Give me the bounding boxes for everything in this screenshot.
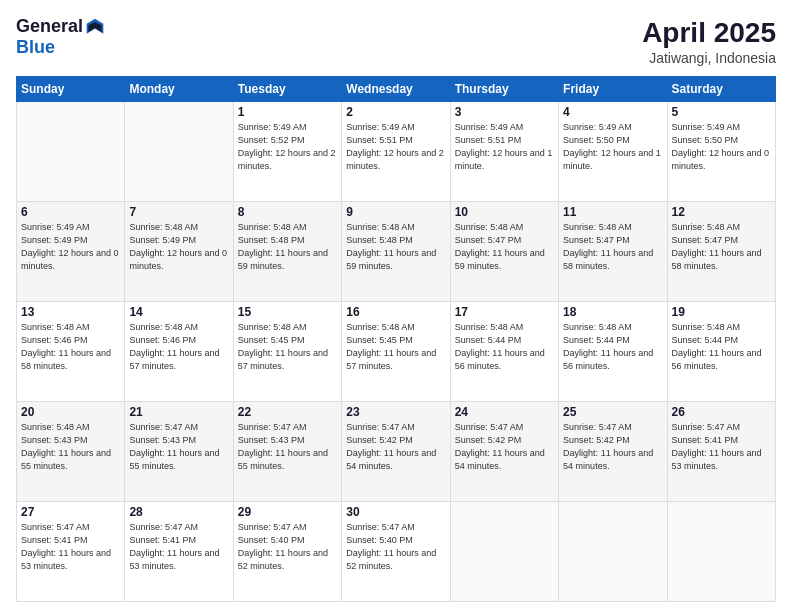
table-row: 1Sunrise: 5:49 AM Sunset: 5:52 PM Daylig… xyxy=(233,101,341,201)
logo-bottom: Blue xyxy=(16,37,55,58)
table-row: 16Sunrise: 5:48 AM Sunset: 5:45 PM Dayli… xyxy=(342,301,450,401)
day-info: Sunrise: 5:47 AM Sunset: 5:40 PM Dayligh… xyxy=(346,521,445,573)
table-row: 17Sunrise: 5:48 AM Sunset: 5:44 PM Dayli… xyxy=(450,301,558,401)
table-row: 12Sunrise: 5:48 AM Sunset: 5:47 PM Dayli… xyxy=(667,201,775,301)
day-number: 10 xyxy=(455,205,554,219)
day-number: 7 xyxy=(129,205,228,219)
calendar-week-3: 13Sunrise: 5:48 AM Sunset: 5:46 PM Dayli… xyxy=(17,301,776,401)
calendar-header-row: Sunday Monday Tuesday Wednesday Thursday… xyxy=(17,76,776,101)
logo-icon xyxy=(85,17,105,37)
col-sunday: Sunday xyxy=(17,76,125,101)
day-number: 2 xyxy=(346,105,445,119)
col-wednesday: Wednesday xyxy=(342,76,450,101)
day-number: 1 xyxy=(238,105,337,119)
day-number: 28 xyxy=(129,505,228,519)
table-row: 4Sunrise: 5:49 AM Sunset: 5:50 PM Daylig… xyxy=(559,101,667,201)
day-number: 23 xyxy=(346,405,445,419)
day-number: 30 xyxy=(346,505,445,519)
day-info: Sunrise: 5:47 AM Sunset: 5:43 PM Dayligh… xyxy=(129,421,228,473)
day-info: Sunrise: 5:48 AM Sunset: 5:47 PM Dayligh… xyxy=(563,221,662,273)
table-row: 22Sunrise: 5:47 AM Sunset: 5:43 PM Dayli… xyxy=(233,401,341,501)
col-thursday: Thursday xyxy=(450,76,558,101)
table-row: 5Sunrise: 5:49 AM Sunset: 5:50 PM Daylig… xyxy=(667,101,775,201)
day-info: Sunrise: 5:47 AM Sunset: 5:42 PM Dayligh… xyxy=(455,421,554,473)
table-row: 6Sunrise: 5:49 AM Sunset: 5:49 PM Daylig… xyxy=(17,201,125,301)
calendar-week-2: 6Sunrise: 5:49 AM Sunset: 5:49 PM Daylig… xyxy=(17,201,776,301)
table-row xyxy=(17,101,125,201)
table-row: 25Sunrise: 5:47 AM Sunset: 5:42 PM Dayli… xyxy=(559,401,667,501)
table-row: 26Sunrise: 5:47 AM Sunset: 5:41 PM Dayli… xyxy=(667,401,775,501)
day-info: Sunrise: 5:48 AM Sunset: 5:45 PM Dayligh… xyxy=(238,321,337,373)
day-number: 12 xyxy=(672,205,771,219)
header: General Blue April 2025 Jatiwangi, Indon… xyxy=(16,16,776,66)
day-info: Sunrise: 5:47 AM Sunset: 5:40 PM Dayligh… xyxy=(238,521,337,573)
calendar-week-1: 1Sunrise: 5:49 AM Sunset: 5:52 PM Daylig… xyxy=(17,101,776,201)
day-info: Sunrise: 5:47 AM Sunset: 5:41 PM Dayligh… xyxy=(129,521,228,573)
day-info: Sunrise: 5:47 AM Sunset: 5:42 PM Dayligh… xyxy=(563,421,662,473)
day-info: Sunrise: 5:47 AM Sunset: 5:41 PM Dayligh… xyxy=(21,521,120,573)
table-row: 8Sunrise: 5:48 AM Sunset: 5:48 PM Daylig… xyxy=(233,201,341,301)
day-number: 14 xyxy=(129,305,228,319)
day-number: 18 xyxy=(563,305,662,319)
logo-text: General xyxy=(16,16,105,37)
day-info: Sunrise: 5:48 AM Sunset: 5:43 PM Dayligh… xyxy=(21,421,120,473)
day-number: 16 xyxy=(346,305,445,319)
table-row xyxy=(125,101,233,201)
calendar-week-4: 20Sunrise: 5:48 AM Sunset: 5:43 PM Dayli… xyxy=(17,401,776,501)
day-number: 15 xyxy=(238,305,337,319)
day-info: Sunrise: 5:47 AM Sunset: 5:41 PM Dayligh… xyxy=(672,421,771,473)
table-row xyxy=(559,501,667,601)
calendar-table: Sunday Monday Tuesday Wednesday Thursday… xyxy=(16,76,776,602)
col-tuesday: Tuesday xyxy=(233,76,341,101)
day-number: 3 xyxy=(455,105,554,119)
table-row: 13Sunrise: 5:48 AM Sunset: 5:46 PM Dayli… xyxy=(17,301,125,401)
table-row: 9Sunrise: 5:48 AM Sunset: 5:48 PM Daylig… xyxy=(342,201,450,301)
day-number: 26 xyxy=(672,405,771,419)
table-row: 18Sunrise: 5:48 AM Sunset: 5:44 PM Dayli… xyxy=(559,301,667,401)
logo-general: General xyxy=(16,16,83,37)
day-info: Sunrise: 5:48 AM Sunset: 5:46 PM Dayligh… xyxy=(129,321,228,373)
day-number: 29 xyxy=(238,505,337,519)
table-row: 19Sunrise: 5:48 AM Sunset: 5:44 PM Dayli… xyxy=(667,301,775,401)
day-number: 9 xyxy=(346,205,445,219)
day-info: Sunrise: 5:48 AM Sunset: 5:45 PM Dayligh… xyxy=(346,321,445,373)
day-number: 5 xyxy=(672,105,771,119)
table-row: 15Sunrise: 5:48 AM Sunset: 5:45 PM Dayli… xyxy=(233,301,341,401)
day-info: Sunrise: 5:48 AM Sunset: 5:47 PM Dayligh… xyxy=(672,221,771,273)
day-number: 21 xyxy=(129,405,228,419)
table-row: 3Sunrise: 5:49 AM Sunset: 5:51 PM Daylig… xyxy=(450,101,558,201)
day-info: Sunrise: 5:47 AM Sunset: 5:42 PM Dayligh… xyxy=(346,421,445,473)
table-row: 30Sunrise: 5:47 AM Sunset: 5:40 PM Dayli… xyxy=(342,501,450,601)
day-info: Sunrise: 5:49 AM Sunset: 5:51 PM Dayligh… xyxy=(346,121,445,173)
day-number: 17 xyxy=(455,305,554,319)
page: General Blue April 2025 Jatiwangi, Indon… xyxy=(0,0,792,612)
day-number: 19 xyxy=(672,305,771,319)
day-number: 22 xyxy=(238,405,337,419)
day-info: Sunrise: 5:49 AM Sunset: 5:49 PM Dayligh… xyxy=(21,221,120,273)
col-monday: Monday xyxy=(125,76,233,101)
table-row: 20Sunrise: 5:48 AM Sunset: 5:43 PM Dayli… xyxy=(17,401,125,501)
table-row: 29Sunrise: 5:47 AM Sunset: 5:40 PM Dayli… xyxy=(233,501,341,601)
day-info: Sunrise: 5:48 AM Sunset: 5:44 PM Dayligh… xyxy=(672,321,771,373)
day-number: 8 xyxy=(238,205,337,219)
table-row xyxy=(667,501,775,601)
calendar-subtitle: Jatiwangi, Indonesia xyxy=(642,50,776,66)
day-info: Sunrise: 5:49 AM Sunset: 5:50 PM Dayligh… xyxy=(563,121,662,173)
table-row: 27Sunrise: 5:47 AM Sunset: 5:41 PM Dayli… xyxy=(17,501,125,601)
day-info: Sunrise: 5:48 AM Sunset: 5:44 PM Dayligh… xyxy=(563,321,662,373)
day-info: Sunrise: 5:49 AM Sunset: 5:52 PM Dayligh… xyxy=(238,121,337,173)
day-number: 27 xyxy=(21,505,120,519)
day-info: Sunrise: 5:48 AM Sunset: 5:49 PM Dayligh… xyxy=(129,221,228,273)
day-number: 25 xyxy=(563,405,662,419)
day-number: 11 xyxy=(563,205,662,219)
col-saturday: Saturday xyxy=(667,76,775,101)
day-info: Sunrise: 5:48 AM Sunset: 5:47 PM Dayligh… xyxy=(455,221,554,273)
day-info: Sunrise: 5:48 AM Sunset: 5:44 PM Dayligh… xyxy=(455,321,554,373)
table-row: 10Sunrise: 5:48 AM Sunset: 5:47 PM Dayli… xyxy=(450,201,558,301)
col-friday: Friday xyxy=(559,76,667,101)
day-info: Sunrise: 5:49 AM Sunset: 5:50 PM Dayligh… xyxy=(672,121,771,173)
calendar-week-5: 27Sunrise: 5:47 AM Sunset: 5:41 PM Dayli… xyxy=(17,501,776,601)
table-row: 7Sunrise: 5:48 AM Sunset: 5:49 PM Daylig… xyxy=(125,201,233,301)
calendar-title: April 2025 xyxy=(642,16,776,50)
day-number: 13 xyxy=(21,305,120,319)
